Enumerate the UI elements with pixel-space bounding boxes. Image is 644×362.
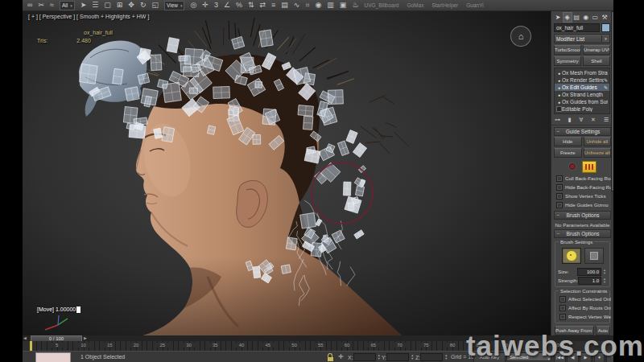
stack-item-ox-edit-guides[interactable]: ●Ox Edit Guides✎ <box>555 84 609 91</box>
unhide-all-button[interactable]: Unhide all <box>584 137 612 146</box>
perspective-viewport[interactable]: [ + ] [ Perspective ] [ Smooth + Highlig… <box>23 11 551 335</box>
script-button-uvg-billboard[interactable]: UVG_Billboard <box>364 2 398 8</box>
selection-filter-dropdown[interactable]: All▾ <box>60 1 75 10</box>
stack-item-ox-guides-from-surface[interactable]: ●Ox Guides from Surface <box>555 98 609 105</box>
spinner-snap-icon[interactable]: ⇅ <box>248 0 254 10</box>
checkbox-icon[interactable] <box>556 193 563 200</box>
render-setup-icon[interactable]: ▥ <box>327 0 334 10</box>
modifier-button-turbosmooth[interactable]: TurboSmooth <box>554 45 581 55</box>
select-by-name-icon[interactable]: ☰ <box>92 0 98 10</box>
script-button-gomax[interactable]: GoMax <box>407 2 423 8</box>
checkbox-affect-selected-only[interactable]: Affect Selected Only <box>557 294 608 303</box>
checkbox-icon[interactable] <box>559 314 566 320</box>
mirror-icon[interactable]: ⇄ <box>260 0 266 10</box>
checkbox-show-vertex-ticks[interactable]: Show Vertex Ticks <box>554 191 611 200</box>
unfreeze-all-button[interactable]: Unfreeze all <box>584 148 612 158</box>
select-object-icon[interactable]: ➤ <box>80 0 87 10</box>
visibility-bulb-icon[interactable]: ● <box>556 100 562 105</box>
stack-item-ox-mesh-from-strands[interactable]: ●Ox Mesh From Strands <box>555 69 609 76</box>
layer-manager-icon[interactable]: ▤ <box>281 0 288 10</box>
hide-button[interactable]: Hide <box>554 137 582 146</box>
remove-modifier-icon[interactable]: ✕ <box>591 117 596 123</box>
checkbox-hide-guides-gizmo[interactable]: Hide Guides Gizmo <box>554 200 611 209</box>
checkbox-icon[interactable] <box>556 175 563 182</box>
select-and-rotate-icon[interactable]: ↻ <box>140 0 147 10</box>
material-editor-icon[interactable]: ◉ <box>315 0 321 10</box>
select-and-move-icon[interactable]: ✥ <box>128 0 134 10</box>
current-frame-marker[interactable] <box>30 341 32 351</box>
viewport-scene[interactable] <box>23 11 551 335</box>
absolute-offset-toggle-icon[interactable]: ✛ <box>338 353 344 360</box>
checkbox-respect-vertex-weights[interactable]: Respect Vertex Weights <box>557 312 608 321</box>
checkbox-hide-back-facing-roots[interactable]: Hide Back-Facing Roots <box>554 183 611 191</box>
script-button-guanyi[interactable]: GuanYi <box>466 2 483 8</box>
show-end-result-icon[interactable]: ▮ <box>568 117 572 123</box>
maxscript-mini-listener[interactable] <box>35 352 71 362</box>
render-production-icon[interactable]: ♨ <box>352 0 358 10</box>
tab-hierarchy-icon[interactable]: ▤ <box>572 13 580 22</box>
guide-color-dot-icon[interactable] <box>569 163 576 170</box>
unlink-selection-icon[interactable]: ✂ <box>38 0 44 10</box>
checkbox-icon[interactable] <box>556 202 563 208</box>
bind-to-spacewarp-icon[interactable]: ≈ <box>50 0 54 10</box>
tab-motion-icon[interactable]: ◉ <box>582 13 590 22</box>
visibility-bulb-icon[interactable]: ● <box>556 71 562 76</box>
rendered-frame-icon[interactable]: ▣ <box>340 0 347 10</box>
viewcube-home-icon[interactable]: ⌂ <box>510 26 531 47</box>
tab-modify-icon[interactable]: ◈ <box>564 13 572 22</box>
checkbox-icon[interactable] <box>559 305 566 311</box>
select-and-manipulate-icon[interactable]: ✛ <box>202 0 208 10</box>
selection-lock-icon[interactable] <box>327 353 333 361</box>
rollout-guide-settings[interactable]: −Guide Settings <box>554 127 611 136</box>
make-unique-icon[interactable]: ∀ <box>579 117 583 123</box>
object-name-field[interactable]: ox_hair_full <box>554 23 600 32</box>
script-button-starthelper[interactable]: StartHelper <box>431 2 458 8</box>
chevron-down-icon[interactable]: ▾ <box>601 35 609 42</box>
selection-region-icon[interactable]: ▢ <box>104 0 111 10</box>
percent-snap-icon[interactable]: % <box>236 0 242 10</box>
slider-left-arrow-icon[interactable]: ◀ <box>23 335 27 341</box>
checkbox-icon[interactable] <box>559 296 566 302</box>
tab-utilities-icon[interactable]: ⚒ <box>601 13 609 22</box>
modifier-button-shell[interactable]: Shell <box>583 56 610 66</box>
rollout-brush-options[interactable]: −Brush Options <box>554 229 611 238</box>
configure-modifier-sets-icon[interactable]: ☰ <box>604 117 609 123</box>
stack-item-ox-render-settings[interactable]: ●Ox Render Settings✎ <box>555 76 609 84</box>
visibility-bulb-icon[interactable]: ● <box>556 85 562 90</box>
modifier-list-dropdown[interactable]: Modifier List ▾ <box>554 34 610 43</box>
tab-display-icon[interactable]: ▭ <box>591 13 599 22</box>
reference-coordinate-dropdown[interactable]: View▾ <box>164 1 185 10</box>
checkbox-affect-by-roots-only[interactable]: Affect By Roots Only <box>557 303 608 312</box>
modifier-button-unwrap-uvw[interactable]: Unwrap UVW <box>583 45 610 55</box>
comb-brush-icon[interactable] <box>582 161 597 173</box>
angle-snap-icon[interactable]: ∠ <box>224 0 230 10</box>
z-coordinate-field[interactable] <box>420 353 443 361</box>
x-coordinate-field[interactable] <box>353 353 376 361</box>
slider-right-arrow-icon[interactable]: ▶ <box>84 335 87 341</box>
schematic-view-icon[interactable]: ⌗ <box>305 0 309 10</box>
modifier-button-symmetry[interactable]: Symmetry <box>554 56 581 66</box>
curve-editor-icon[interactable]: ∿ <box>294 0 300 10</box>
y-coordinate-field[interactable] <box>386 353 409 361</box>
checkbox-cull-back-facing-roots[interactable]: Cull Back-Facing Roots <box>554 174 611 183</box>
rollout-brush-params[interactable]: −Brush Options <box>554 211 611 220</box>
checkbox-icon[interactable] <box>556 184 563 191</box>
strength-field[interactable]: 1.0 <box>578 277 601 285</box>
use-pivot-center-icon[interactable]: ◎ <box>190 0 196 10</box>
visibility-bulb-icon[interactable]: ● <box>556 78 562 83</box>
visibility-bulb-icon[interactable]: ● <box>556 93 562 97</box>
size-spinner[interactable]: ▲▼ <box>602 269 607 275</box>
circle-brush-button[interactable] <box>562 248 581 264</box>
stack-item-ox-strand-length[interactable]: ●Ox Strand Length <box>555 91 609 98</box>
pin-stack-icon[interactable]: ⊶ <box>555 117 560 123</box>
square-brush-button[interactable] <box>584 248 604 264</box>
strength-spinner[interactable]: ▲▼ <box>602 278 607 284</box>
size-field[interactable]: 100.0 <box>577 268 601 276</box>
object-color-swatch[interactable] <box>601 23 610 32</box>
snaps-toggle-icon[interactable]: 3 <box>214 0 218 10</box>
tab-create-icon[interactable]: ➤ <box>554 13 562 22</box>
viewport-label[interactable]: [ + ] [ Perspective ] [ Smooth + Highlig… <box>28 14 149 19</box>
window-crossing-icon[interactable]: ⊞ <box>117 0 123 10</box>
select-and-link-icon[interactable]: ∞ <box>27 0 32 10</box>
stack-item-editable-poly[interactable]: Editable Poly <box>555 105 609 113</box>
